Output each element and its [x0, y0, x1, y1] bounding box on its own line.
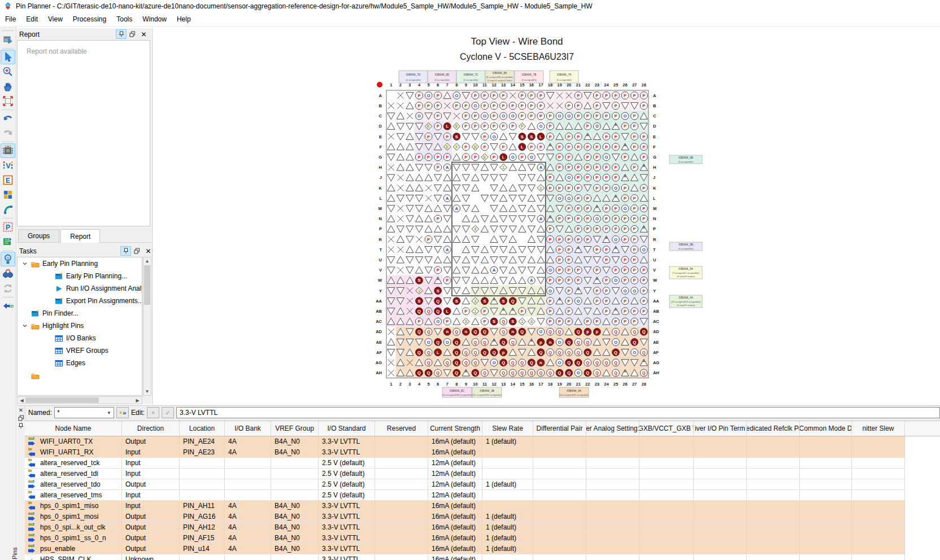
pin-cell-U4[interactable] [415, 257, 423, 264]
cell-diff[interactable] [533, 554, 586, 560]
cell-vref[interactable]: B4A_N0 [271, 436, 319, 447]
pin-cell-T23[interactable]: P [594, 246, 601, 253]
pin-cell-K28[interactable]: P [640, 185, 647, 192]
pin-cell-AB28[interactable]: P [640, 308, 647, 315]
pin-cell-H12[interactable] [490, 164, 498, 171]
pin-cell-AB11[interactable]: P [481, 308, 489, 315]
pin-cell-E20[interactable]: P [565, 133, 573, 141]
pin-cell-AF12[interactable]: Q [490, 349, 498, 356]
cell-current[interactable]: 16mA (default) [428, 447, 482, 458]
cell-diff[interactable] [533, 447, 586, 458]
pin-cell-G4[interactable]: P [416, 154, 423, 161]
pin-cell-Y18[interactable]: O [547, 287, 554, 295]
pin-cell-AA28[interactable]: P [640, 298, 647, 305]
pin-cell-AC27[interactable]: P [631, 318, 638, 325]
pin-cell-E8[interactable]: S [453, 133, 460, 141]
cell-direction[interactable]: Output [122, 479, 180, 490]
pin-cell-H27[interactable]: P [631, 164, 638, 171]
cell-slew[interactable] [482, 447, 533, 458]
pin-cell-R3[interactable] [406, 236, 414, 243]
pin-cell-AD5[interactable]: Q [425, 328, 432, 335]
pin-cell-V19[interactable]: P [556, 266, 563, 274]
cell-standard[interactable]: 2.5 V (default) [319, 490, 375, 501]
column-header-vref-group[interactable]: VREF Group [271, 421, 319, 436]
pin-cell-A21[interactable]: P [575, 92, 582, 99]
pan-hand-icon[interactable] [1, 79, 15, 94]
pin-cell-T24[interactable]: P [603, 246, 610, 253]
pin-cell-AF8[interactable]: Q [453, 349, 460, 356]
pin-cell-G5[interactable]: P [425, 154, 432, 161]
cell-jitter[interactable] [852, 458, 905, 469]
cell-vref[interactable]: B4A_N0 [271, 544, 319, 554]
pin-cell-V15[interactable] [519, 267, 526, 274]
pin-cell-E2[interactable] [397, 133, 404, 140]
cell-direction[interactable]: Output [122, 522, 180, 533]
pin-cell-D3[interactable] [406, 123, 414, 130]
pin-cell-M14[interactable] [509, 205, 516, 212]
pin-cell-P21[interactable]: P [575, 225, 582, 233]
pin-cell-AE11[interactable]: Q [481, 339, 489, 346]
pin-cell-J2[interactable] [397, 174, 403, 181]
pin-cell-V13[interactable] [500, 267, 507, 274]
pin-cell-A15[interactable]: P [519, 92, 526, 99]
pin-cell-J18[interactable]: P [547, 174, 554, 181]
pin-cell-V4[interactable] [415, 266, 423, 273]
pin-cell-K8[interactable] [453, 185, 460, 191]
pin-cell-J24[interactable]: P [603, 174, 610, 181]
pin-cell-M13[interactable] [500, 205, 507, 212]
cell-name[interactable]: outhps_0_spim1_ss_0_n [25, 533, 122, 544]
pin-cell-V2[interactable] [397, 267, 403, 273]
pin-cell-B5[interactable]: P [425, 102, 432, 110]
cell-analog[interactable] [586, 511, 639, 522]
pin-cell-AF5[interactable]: Q [425, 349, 432, 356]
pin-cell-A12[interactable]: P [490, 92, 498, 99]
pin-cell-Y9[interactable] [462, 287, 469, 294]
cell-common[interactable] [800, 522, 852, 533]
pin-cell-T4[interactable] [415, 246, 423, 253]
pin-cell-M9[interactable] [462, 205, 469, 212]
cell-common[interactable] [800, 544, 852, 554]
pin-cell-R27[interactable]: P [631, 236, 638, 243]
column-header-location[interactable]: Location [180, 421, 225, 436]
pin-finder-icon[interactable]: P [1, 220, 15, 234]
cell-slew[interactable] [482, 554, 533, 560]
pin-cell-E12[interactable]: O [490, 133, 498, 141]
pin-cell-E24[interactable]: P [603, 133, 610, 141]
pin-cell-N13[interactable] [500, 216, 507, 222]
cell-reserved[interactable] [375, 479, 428, 490]
task-item-edges[interactable]: Edges [18, 357, 142, 369]
cell-location[interactable]: PIN_AE23 [180, 447, 225, 458]
pin-cell-E11[interactable]: P [481, 133, 489, 141]
cell-analog[interactable] [586, 479, 639, 490]
pin-cell-AF18[interactable]: Q [547, 349, 554, 356]
pin-cell-B8[interactable]: P [453, 102, 460, 110]
pin-cell-B17[interactable]: P [537, 102, 545, 110]
pin-cell-D9[interactable]: P [463, 123, 470, 130]
pin-cell-E27[interactable]: P [631, 133, 638, 141]
pin-cell-AC14[interactable]: S [509, 318, 516, 325]
pin-cell-AH17[interactable]: Q [537, 369, 545, 377]
pin-cell-U26[interactable]: P [621, 256, 629, 264]
pin-cell-A23[interactable]: P [594, 92, 601, 99]
pin-cell-T27[interactable]: P [631, 246, 638, 253]
pin-cell-D16[interactable] [528, 123, 535, 130]
task-item-partial[interactable] [18, 369, 142, 382]
pin-cell-R14[interactable] [509, 236, 516, 243]
pin-cell-AD22[interactable]: p [584, 328, 591, 335]
cell-standard[interactable]: 3.3-V LVTTL [319, 436, 375, 447]
pin-cell-G10[interactable]: P [472, 154, 479, 161]
cell-bank[interactable]: 4A [225, 447, 271, 458]
pin-cell-F15[interactable]: L [519, 143, 526, 151]
pin-cell-E16[interactable]: S [528, 133, 535, 141]
pin-cell-N16[interactable] [528, 216, 535, 222]
pin-cell-U6[interactable] [434, 256, 442, 263]
cell-slew[interactable] [482, 501, 533, 511]
cell-reserved[interactable] [375, 469, 428, 479]
pin-cell-V18[interactable]: O [547, 266, 554, 274]
pin-cell-AG13[interactable]: Q [500, 359, 507, 366]
cell-current[interactable]: 12mA (default) [428, 479, 482, 490]
pin-cell-E10[interactable] [472, 133, 479, 140]
table-row-wifi-uart0-tx[interactable]: outWIFI_UART0_TXOutputPIN_AE244AB4A_N03.… [25, 436, 940, 447]
pin-cell-G24[interactable]: O [603, 154, 610, 161]
pin-cell-N15[interactable] [519, 216, 526, 222]
